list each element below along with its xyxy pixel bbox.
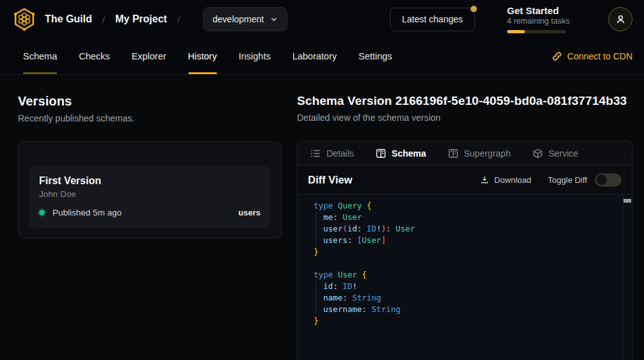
latest-changes-button[interactable]: Latest changes (390, 8, 475, 31)
versions-title: Versions (18, 94, 282, 109)
diff-view-header: Diff View Download Toggle Diff (298, 166, 632, 194)
columns-icon (376, 148, 386, 159)
code-scrollbar-thumb[interactable] (624, 199, 631, 203)
target-selector-value: development (213, 14, 264, 24)
code-scrollbar[interactable] (623, 194, 632, 360)
versions-subtitle: Recently published schemas. (18, 113, 282, 123)
get-started-subtitle: 4 remaining tasks (507, 17, 579, 26)
tab-history[interactable]: History (188, 38, 217, 74)
detail-tab-label: Details (326, 148, 354, 159)
connect-to-cdn-label: Connect to CDN (567, 51, 632, 61)
published-status-dot (39, 210, 45, 215)
breadcrumb-project[interactable]: My Project (115, 13, 167, 25)
version-author: John Doe (39, 189, 261, 199)
versions-column: Versions Recently published schemas. Fir… (12, 94, 282, 360)
list-icon (310, 148, 321, 159)
link-icon (552, 51, 562, 61)
get-started-title: Get Started (507, 5, 579, 16)
tab-insights[interactable]: Insights (239, 38, 271, 74)
target-selector-dropdown[interactable]: development (203, 7, 287, 31)
user-avatar[interactable] (608, 7, 632, 31)
download-icon (480, 175, 489, 184)
detail-tab-supergraph[interactable]: Supergraph (448, 148, 511, 159)
version-list-item[interactable]: First Version John Doe Published 5m ago … (29, 166, 271, 228)
cube-icon (533, 148, 543, 159)
breadcrumb-separator: / (177, 14, 180, 25)
detail-tab-service[interactable]: Service (533, 148, 579, 159)
schema-version-title: Schema Version 2166196f-5e10-4059-bd0a-0… (297, 94, 632, 108)
breadcrumb-separator: / (102, 14, 105, 25)
detail-tab-label: Supergraph (464, 148, 511, 159)
schema-version-subtitle: Detailed view of the schema version (297, 113, 632, 123)
detail-tab-label: Service (549, 148, 579, 159)
version-status: Published 5m ago (52, 208, 122, 217)
detail-tab-details[interactable]: Details (310, 148, 354, 159)
tab-laboratory[interactable]: Laboratory (293, 38, 337, 74)
tab-settings[interactable]: Settings (358, 38, 392, 74)
toggle-diff-thumb (597, 175, 607, 185)
detail-tab-strip: Details Schema (298, 141, 632, 166)
get-started-progress-fill (507, 30, 525, 33)
columns-icon (448, 148, 458, 159)
version-detail-column: Schema Version 2166196f-5e10-4059-bd0a-0… (297, 94, 632, 360)
download-button[interactable]: Download (480, 175, 531, 185)
connect-to-cdn-link[interactable]: Connect to CDN (552, 38, 632, 74)
version-detail-panel: Details Schema (297, 141, 632, 360)
version-service-badge: users (238, 208, 261, 217)
person-icon (615, 14, 626, 25)
tab-schema[interactable]: Schema (23, 38, 57, 74)
toggle-diff-switch[interactable] (595, 173, 622, 187)
get-started-widget[interactable]: Get Started 4 remaining tasks (507, 5, 579, 33)
get-started-progressbar (507, 30, 566, 33)
top-header: The Guild / My Project / development Lat… (0, 0, 644, 38)
download-label: Download (494, 175, 531, 185)
main-nav: Schema Checks Explorer History Insights … (0, 38, 644, 75)
detail-tab-label: Schema (392, 148, 426, 159)
schema-code-viewer[interactable]: type Query { me: User user(id: ID!): Use… (298, 194, 632, 360)
notification-dot (471, 6, 477, 12)
version-name: First Version (39, 175, 261, 187)
indent-guide (316, 281, 316, 315)
indent-guide (316, 212, 316, 246)
main-content: Versions Recently published schemas. Fir… (0, 75, 644, 360)
hive-logo-icon[interactable] (12, 6, 45, 32)
latest-changes-label: Latest changes (402, 14, 463, 24)
diff-view-title: Diff View (308, 174, 352, 186)
code-content: type Query { me: User user(id: ID!): Use… (298, 194, 632, 333)
chevron-down-icon (270, 15, 278, 23)
toggle-diff-label: Toggle Diff (548, 175, 587, 185)
detail-tab-schema[interactable]: Schema (376, 148, 426, 159)
tab-checks[interactable]: Checks (79, 38, 109, 74)
tab-explorer[interactable]: Explorer (132, 38, 166, 74)
versions-card: First Version John Doe Published 5m ago … (18, 141, 282, 239)
breadcrumb-org[interactable]: The Guild (45, 13, 92, 25)
